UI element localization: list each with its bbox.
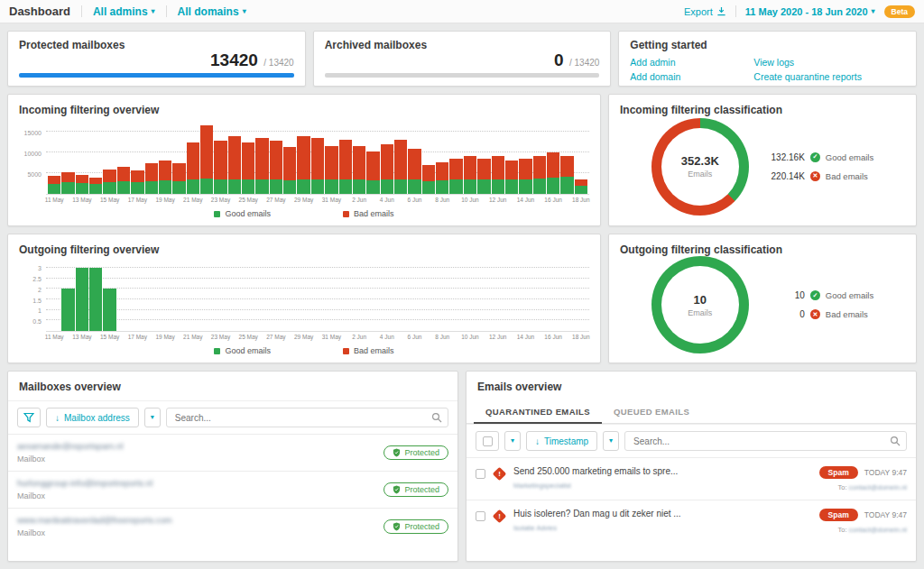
mailbox-address: aexamande@reportspam.nl [17,441,123,451]
sort-options-button[interactable]: ▾ [144,408,161,427]
x-tick: 25 May [242,195,254,205]
chevron-down-icon: ▾ [511,437,514,445]
x-tick: 18 Jun [575,195,587,205]
plot-area [46,262,589,332]
domains-filter-dropdown[interactable]: All domains ▾ [178,5,246,18]
card-title: Mailboxes overview [8,372,457,400]
legend-label: Good emails [225,346,271,355]
lists-row: Mailboxes overview ↓ Mailbox address ▾ [7,371,917,562]
email-search-input[interactable] [624,431,907,451]
bar-29-may [297,122,310,194]
mailbox-row[interactable]: aexamande@reportspam.nlMailboxProtected [8,434,457,471]
x-tick: 31 May [325,332,337,342]
y-tick-label: 2 [38,287,42,293]
x-tick: 14 Jun [519,195,531,205]
create-quarantine-reports-link[interactable]: Create quarantine reports [753,71,905,82]
legend-good-emails: 132.16K Good emails [767,152,873,162]
add-admin-link[interactable]: Add admin [630,57,746,68]
divider [735,5,736,17]
bad-count: 220.14K [767,171,805,181]
mailbox-type: Mailbox [17,454,123,463]
x-tick: 12 Jun [492,332,504,342]
bar-11-may [48,262,60,331]
divider [81,5,82,17]
bar-12-may [61,262,74,331]
protected-mailboxes-card: Protected mailboxes 13420 / 13420 [7,31,306,87]
check-icon [810,290,820,300]
bar-4-jun [381,122,393,194]
bar-17-jun [560,262,573,331]
export-button[interactable]: Export [684,6,726,17]
x-tick: 23 May [214,332,226,342]
bar-16-jun [547,122,559,194]
tab-queued-emails[interactable]: QUEUED EMAILS [602,400,701,423]
good-emails-swatch [214,211,220,217]
donut-total: 10 [694,293,707,307]
view-logs-link[interactable]: View logs [753,57,905,68]
bar-27-may [270,122,282,194]
mailbox-address: www.manleattravenlad@freereports.com [17,515,172,525]
email-subject[interactable]: Huis isoleren? Dan mag u dit zeker niet … [513,509,812,519]
legend-good-emails: Good emails [214,346,271,355]
card-title: Incoming filtering classification [620,104,905,116]
email-subject[interactable]: Send 250.000 marketing emails to spre... [513,466,812,476]
topbar-right: Export 11 May 2020 - 18 Jun 2020 ▾ Beta [684,5,915,18]
bar-15-jun [533,262,546,331]
badge-label: Protected [404,522,439,531]
x-tick: 27 May [270,195,282,205]
selection-options-button[interactable]: ▾ [504,431,521,451]
sort-options-button[interactable]: ▾ [603,431,619,451]
y-tick-label: 3 [38,265,42,271]
filter-button[interactable] [17,408,41,427]
email-row[interactable]: Send 250.000 marketing emails to spre...… [467,457,916,500]
stat-value: 13420 [210,50,258,69]
mailbox-row[interactable]: hurlonggroup-info@importreports.nlMailbo… [8,471,457,508]
bar-19-may [159,122,171,194]
email-from: Isolatie Advies [513,524,812,532]
stat-value: 0 [554,50,564,69]
mailbox-row[interactable]: www.manleattravenlad@freereports.comMail… [8,508,457,545]
bar-25-may [242,262,254,331]
shield-icon [393,448,401,457]
topbar: Dashboard All admins ▾ All domains ▾ Exp… [0,0,924,23]
row-checkbox[interactable] [476,469,485,479]
x-tick: 16 Jun [547,332,559,342]
x-tick: 15 May [103,332,116,342]
row-checkbox[interactable] [476,511,485,521]
add-domain-link[interactable]: Add domain [630,71,746,82]
bar-13-may [76,262,88,331]
mailbox-sort-dropdown[interactable]: ↓ Mailbox address [46,408,139,427]
x-tick [422,332,435,342]
x-axis: 11 May13 May15 May17 May19 May21 May23 M… [19,195,589,205]
select-all-button[interactable] [476,431,499,451]
mailbox-type: Mailbox [17,528,172,537]
select-all-checkbox[interactable] [483,436,493,446]
email-row[interactable]: Huis isoleren? Dan mag u dit zeker niet … [467,500,916,542]
legend-label: Good emails [225,209,271,218]
tab-quarantined-emails[interactable]: QUARANTINED EMAILS [474,400,602,424]
bar-1-jun [339,122,352,194]
chevron-down-icon: ▾ [609,437,613,445]
mailbox-search-input[interactable] [166,408,448,427]
good-emails-swatch [214,348,220,354]
spam-badge: Spam [819,466,858,479]
email-list: Send 250.000 marketing emails to spre...… [467,457,916,561]
bar-10-jun [464,262,476,331]
incoming-filtering-overview-card: Incoming filtering overview 500010000150… [7,94,601,226]
incoming-filtering-chart: 50001000015000 11 May13 May15 May17 May1… [19,122,589,222]
email-sort-dropdown[interactable]: ↓ Timestamp [526,431,597,451]
bar-27-may [270,262,282,331]
dashboard-app: Dashboard All admins ▾ All domains ▾ Exp… [0,0,924,569]
bar-12-jun [492,262,504,331]
mailbox-search [166,408,448,427]
x-tick: 31 May [325,195,337,205]
x-tick: 6 Jun [408,332,420,342]
bar-8-jun [436,262,448,331]
admins-filter-dropdown[interactable]: All admins ▾ [93,5,155,18]
date-range-picker[interactable]: 11 May 2020 - 18 Jun 2020 ▾ [745,6,875,17]
getting-started-card: Getting started Add admin View logs Add … [618,31,917,87]
bar-2-jun [353,122,365,194]
page-title: Dashboard [9,5,70,18]
chevron-down-icon: ▾ [872,8,875,15]
legend-bad-emails: 220.14K Bad emails [767,171,873,181]
